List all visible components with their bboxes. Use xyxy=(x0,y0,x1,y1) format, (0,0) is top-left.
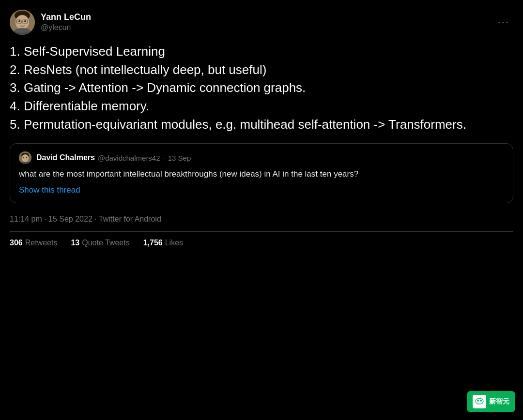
tweet-content: 1. Self-Supervised Learning 2. ResNets (… xyxy=(10,43,513,134)
svg-point-15 xyxy=(26,157,27,158)
show-thread-link[interactable]: Show this thread xyxy=(19,185,80,195)
author-display-name[interactable]: Yann LeCun xyxy=(41,12,91,23)
quoted-tweet-header: David Chalmers @davidchalmers42 · 13 Sep xyxy=(19,151,504,164)
quoted-author-avatar xyxy=(19,151,31,164)
wechat-watermark: 新智元 xyxy=(467,391,515,412)
svg-rect-16 xyxy=(21,162,30,164)
quoted-display-name: David Chalmers xyxy=(36,153,95,162)
quoted-dot: · xyxy=(163,154,165,162)
author-username[interactable]: @ylecun xyxy=(41,23,91,33)
quoted-username: @davidchalmers42 xyxy=(98,154,160,162)
tweet-stats: 306 Retweets 13 Quote Tweets 1,756 Likes xyxy=(10,239,513,255)
quoted-user-info: David Chalmers @davidchalmers42 · 13 Sep xyxy=(36,153,191,162)
author-info: Yann LeCun @ylecun xyxy=(41,12,91,33)
svg-point-3 xyxy=(18,20,20,22)
quoted-tweet-content: what are the most important intellectual… xyxy=(19,168,504,180)
likes-stat[interactable]: 1,756 Likes xyxy=(143,239,183,247)
retweets-label: Retweets xyxy=(25,239,58,247)
quote-tweets-label: Quote Tweets xyxy=(82,239,129,247)
likes-label: Likes xyxy=(165,239,183,247)
svg-point-8 xyxy=(21,23,23,25)
tweet-line-5: 5. Permutation-equivariant modules, e.g.… xyxy=(10,116,513,134)
svg-point-18 xyxy=(480,400,482,402)
svg-point-19 xyxy=(476,398,483,404)
tweet-header: Yann LeCun @ylecun ··· xyxy=(10,10,513,35)
wechat-name: 新智元 xyxy=(489,397,509,406)
svg-point-10 xyxy=(15,28,30,33)
tweet-line-3: 3. Gating -> Attention -> Dynamic connec… xyxy=(10,79,513,97)
svg-point-14 xyxy=(23,157,24,158)
tweet-timestamp: 11:14 pm · 15 Sep 2022 · Twitter for And… xyxy=(10,213,513,224)
tweet-container: Yann LeCun @ylecun ··· 1. Self-Supervise… xyxy=(0,0,523,255)
quoted-date: 13 Sep xyxy=(168,154,191,162)
retweets-stat[interactable]: 306 Retweets xyxy=(10,239,57,247)
retweets-count: 306 xyxy=(10,239,23,247)
svg-point-13 xyxy=(22,154,29,162)
tweet-header-left: Yann LeCun @ylecun xyxy=(10,10,91,35)
quote-tweets-stat[interactable]: 13 Quote Tweets xyxy=(71,239,129,247)
author-avatar[interactable] xyxy=(10,10,35,35)
tweet-line-1: 1. Self-Supervised Learning xyxy=(10,43,513,61)
svg-point-2 xyxy=(15,15,29,30)
svg-point-4 xyxy=(24,20,26,22)
likes-count: 1,756 xyxy=(143,239,163,247)
quoted-tweet[interactable]: David Chalmers @davidchalmers42 · 13 Sep… xyxy=(10,143,513,203)
quote-tweets-count: 13 xyxy=(71,239,79,247)
tweet-line-4: 4. Differentiable memory. xyxy=(10,97,513,116)
wechat-logo-icon xyxy=(473,395,486,408)
tweet-line-2: 2. ResNets (not intellectually deep, but… xyxy=(10,61,513,79)
divider-1 xyxy=(10,231,513,232)
svg-point-17 xyxy=(477,400,479,402)
more-options-button[interactable]: ··· xyxy=(494,14,513,30)
